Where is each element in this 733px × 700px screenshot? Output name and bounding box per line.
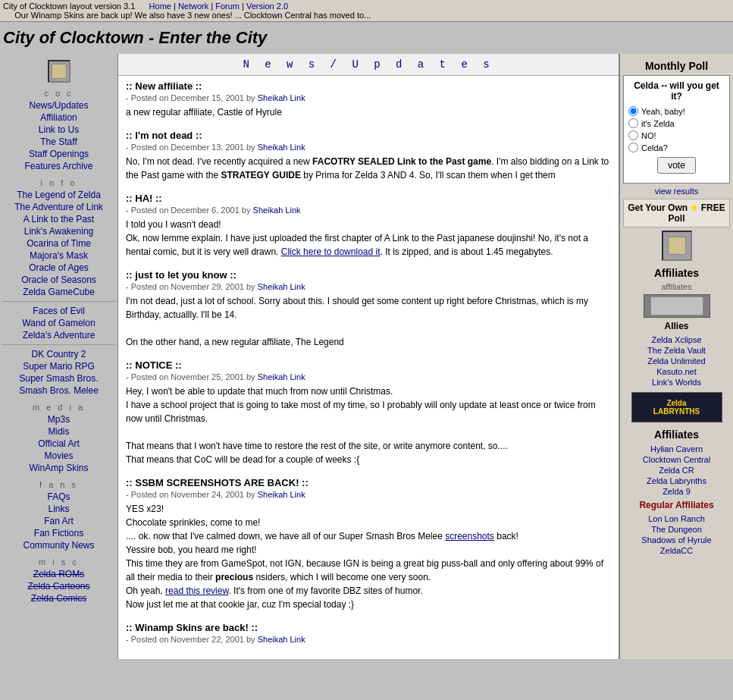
poll-radio-2[interactable]: [628, 118, 638, 128]
ally-kasuto-net[interactable]: Kasuto.net: [623, 366, 730, 377]
sidebar-item-oracle-of-ages[interactable]: Oracle of Ages: [0, 262, 117, 274]
sidebar-item-community-news[interactable]: Community News: [0, 539, 117, 551]
nav-home[interactable]: Home: [149, 2, 171, 11]
news-body: No, I'm not dead. I've recently acquired…: [126, 155, 611, 182]
reg-aff-the-dungeon[interactable]: The Dungeon: [623, 524, 730, 535]
nav-forum[interactable]: Forum: [215, 2, 240, 11]
sidebar-item-dk-country-2[interactable]: DK Country 2: [0, 348, 117, 360]
sidebar-item-the-staff[interactable]: The Staff: [0, 136, 117, 148]
reg-aff-lon-lon-ranch[interactable]: Lon Lon Ranch: [623, 513, 730, 524]
sidebar-item-affiliation[interactable]: Affiliation: [0, 111, 117, 124]
affiliate-banner-1: [644, 294, 710, 318]
news-item-ssbm: :: SSBM SCREENSHOTS ARE BACK! :: - Poste…: [126, 477, 611, 611]
poll-radio-1[interactable]: [628, 106, 638, 116]
sidebar-item-zelda-roms[interactable]: Zelda ROMs: [0, 568, 117, 580]
news-body: YES x23! Chocolate sprinkles, come to me…: [126, 502, 611, 611]
poll-radio-3[interactable]: [628, 130, 638, 140]
sidebar-item-super-mario-rpg[interactable]: Super Mario RPG: [0, 360, 117, 372]
ally-zelda-xclipse[interactable]: Zelda Xclipse: [623, 334, 730, 345]
roms-links: Zelda ROMs Zelda Cartoons Zelda Comics: [0, 568, 117, 604]
sidebar-item-link-to-us[interactable]: Link to Us: [0, 124, 117, 136]
news-title: :: I'm not dead ::: [126, 130, 611, 141]
view-results-link[interactable]: view results: [623, 187, 730, 196]
poll-option-label-2: it's Zelda: [641, 119, 675, 128]
sidebar-item-majoras-mask[interactable]: Majora's Mask: [0, 250, 117, 262]
free-poll-text: Get Your Own: [628, 202, 688, 213]
ally-links-worlds[interactable]: Link's Worlds: [623, 377, 730, 388]
sidebar-item-zelda-cartoons[interactable]: Zelda Cartoons: [0, 580, 117, 592]
sidebar-item-zeldas-adventure[interactable]: Zelda's Adventure: [0, 329, 117, 341]
reg-affiliates-title: Regular Affiliates: [623, 500, 730, 510]
sidebar-item-adventure-of-link[interactable]: The Adventure of Link: [0, 201, 117, 213]
news-body: I'm not dead, just a lot of school. Sorr…: [126, 294, 611, 349]
zelda-labrynths-banner[interactable]: Zelda LABRYNTHS: [631, 392, 722, 422]
news-header: N e w s / U p d a t e s: [118, 54, 619, 76]
main-layout: c o c News/Updates Affiliation Link to U…: [0, 54, 733, 659]
vote-button[interactable]: vote: [657, 157, 696, 174]
sidebar-item-fan-art[interactable]: Fan Art: [0, 515, 117, 527]
sidebar-item-links-awakening[interactable]: Link's Awakening: [0, 225, 117, 237]
news-title: :: HA! ::: [126, 193, 611, 204]
review-link[interactable]: read this review: [165, 585, 228, 596]
author-link[interactable]: Sheikah Link: [258, 282, 305, 291]
aff-hylian-cavern[interactable]: Hylian Cavern: [623, 444, 730, 454]
sidebar-item-ocarina-of-time[interactable]: Ocarina of Time: [0, 237, 117, 250]
news-meta: - Posted on December 15, 2001 by Sheikah…: [126, 93, 611, 102]
reg-aff-zeldacc[interactable]: ZeldaCC: [623, 545, 730, 556]
sidebar-item-faqs[interactable]: FAQs: [0, 491, 117, 503]
poll-option-label-1: Yeah, baby!: [641, 107, 685, 116]
sidebar-item-link-to-past[interactable]: A Link to the Past: [0, 213, 117, 225]
sidebar-item-movies[interactable]: Movies: [0, 450, 117, 462]
info-section-label: i n f o: [0, 178, 117, 187]
author-link[interactable]: Sheikah Link: [258, 143, 305, 152]
author-link[interactable]: Sheikah Link: [258, 372, 305, 381]
author-link[interactable]: Sheikah Link: [258, 635, 305, 644]
sidebar-item-smash-bros-melee[interactable]: Smash Bros. Melee: [0, 385, 117, 397]
sidebar-item-fan-fictions[interactable]: Fan Fictions: [0, 527, 117, 539]
aff-zelda-cr[interactable]: Zelda CR: [623, 465, 730, 476]
download-link[interactable]: Click here to download it: [281, 246, 381, 257]
sidebar-item-features-archive[interactable]: Features Archive: [0, 160, 117, 172]
sidebar-item-news[interactable]: News/Updates: [0, 99, 117, 111]
ticker-text: Our Winamp Skins are back up! We also ha…: [14, 11, 371, 20]
center-content: N e w s / U p d a t e s :: New affiliate…: [117, 54, 619, 659]
news-meta: - Posted on December 6, 2001 by Sheikah …: [126, 206, 611, 215]
poll-radio-4[interactable]: [628, 143, 638, 152]
nav-network[interactable]: Network: [178, 2, 208, 11]
nav-version[interactable]: Version 2.0: [246, 2, 288, 11]
sidebar-item-zelda-gamecube[interactable]: Zelda GameCube: [0, 286, 117, 298]
poll-option-3: NO!: [628, 130, 725, 140]
news-title: :: just to let you know ::: [126, 269, 611, 281]
sidebar-item-winamp-skins[interactable]: WinAmp Skins: [0, 462, 117, 474]
author-link[interactable]: Sheikah Link: [253, 206, 301, 215]
author-link[interactable]: Sheikah Link: [258, 490, 305, 499]
sidebar-item-official-art[interactable]: Official Art: [0, 438, 117, 450]
sidebar-item-oracle-of-seasons[interactable]: Oracle of Seasons: [0, 274, 117, 286]
sidebar-item-zelda-comics[interactable]: Zelda Comics: [0, 592, 117, 604]
sidebar-item-links[interactable]: Links: [0, 503, 117, 515]
news-title: :: SSBM SCREENSHOTS ARE BACK! ::: [126, 477, 611, 488]
monthly-poll-title: Monthly Poll: [623, 60, 730, 72]
reg-aff-shadows-of-hyrule[interactable]: Shadows of Hyrule: [623, 535, 730, 545]
screenshots-link[interactable]: screenshots: [445, 531, 494, 541]
sidebar-item-wand-of-gamelon[interactable]: Wand of Gamelon: [0, 317, 117, 329]
author-link[interactable]: Sheikah Link: [258, 93, 305, 102]
aff-clocktown-central[interactable]: Clocktown Central: [623, 454, 730, 465]
sidebar-item-staff-openings[interactable]: Staff Openings: [0, 148, 117, 160]
affiliates-icon: [662, 231, 692, 261]
extra-links: Faces of Evil Wand of Gamelon Zelda's Ad…: [0, 305, 117, 341]
sidebar-item-faces-of-evil[interactable]: Faces of Evil: [0, 305, 117, 317]
aff-zelda-9[interactable]: Zelda 9: [623, 486, 730, 497]
sidebar-item-legend-of-zelda[interactable]: The Legend of Zelda: [0, 189, 117, 201]
news-item-new-affiliate: :: New affiliate :: - Posted on December…: [126, 80, 611, 119]
news-content: :: New affiliate :: - Posted on December…: [118, 76, 619, 659]
sidebar-item-mp3s[interactable]: Mp3s: [0, 413, 117, 425]
ally-the-zelda-vault[interactable]: The Zelda Vault: [623, 345, 730, 356]
ally-zelda-unlimited[interactable]: Zelda Unlimited: [623, 356, 730, 366]
page-title: City of Clocktown - Enter the City: [0, 22, 733, 54]
aff-zelda-labrynths[interactable]: Zelda Labrynths: [623, 476, 730, 486]
sidebar-item-super-smash-bros[interactable]: Super Smash Bros.: [0, 372, 117, 385]
news-item-ha: :: HA! :: - Posted on December 6, 2001 b…: [126, 193, 611, 259]
news-item-notice: :: NOTICE :: - Posted on November 25, 20…: [126, 359, 611, 466]
sidebar-item-midis[interactable]: Midis: [0, 425, 117, 438]
